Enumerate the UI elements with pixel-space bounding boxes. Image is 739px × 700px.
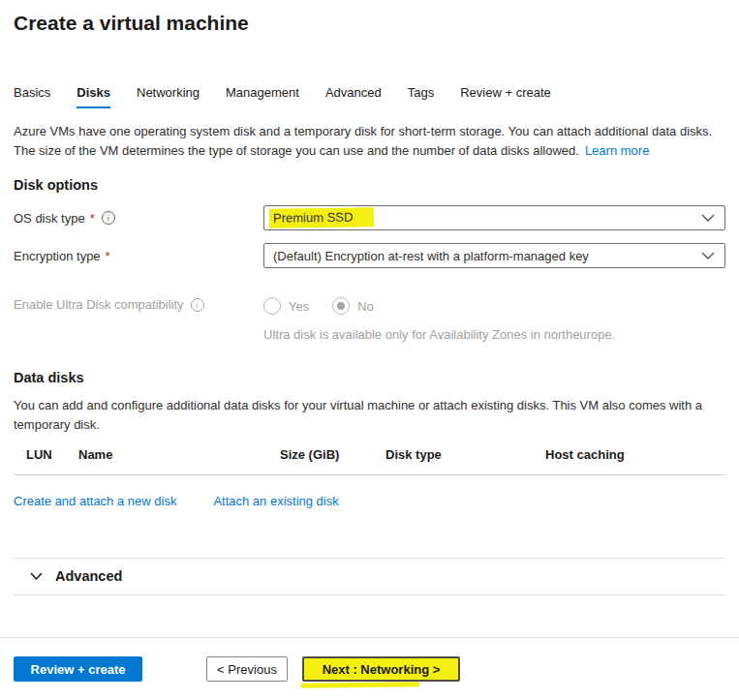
- column-header-name: Name: [78, 447, 280, 462]
- info-icon[interactable]: i: [102, 211, 115, 225]
- ultra-disk-label-group: Enable Ultra Disk compatibility i: [14, 294, 263, 312]
- column-header-size: Size (GiB): [280, 447, 385, 462]
- os-disk-type-control: Premium SSD: [263, 205, 725, 230]
- encryption-type-row: Encryption type * (Default) Encryption a…: [14, 243, 725, 268]
- chevron-down-icon: [701, 252, 715, 259]
- encryption-type-label-group: Encryption type *: [14, 249, 263, 263]
- tab-disks[interactable]: Disks: [77, 85, 110, 108]
- encryption-type-control: (Default) Encryption at-rest with a plat…: [263, 243, 725, 268]
- encryption-type-select[interactable]: (Default) Encryption at-rest with a plat…: [263, 243, 725, 268]
- ultra-disk-row: Enable Ultra Disk compatibility i Yes No…: [14, 294, 725, 342]
- intro-text: Azure VMs have one operating system disk…: [14, 122, 727, 161]
- create-vm-page: Create a virtual machine Basics Disks Ne…: [0, 0, 739, 595]
- column-header-lun: LUN: [26, 447, 78, 462]
- os-disk-type-label: OS disk type: [14, 211, 85, 226]
- advanced-accordion[interactable]: Advanced: [14, 558, 725, 595]
- tab-networking[interactable]: Networking: [137, 85, 200, 108]
- wizard-footer: Review + create < Previous Next : Networ…: [0, 637, 739, 682]
- ultra-disk-label: Enable Ultra Disk compatibility: [14, 297, 184, 312]
- wizard-tabs: Basics Disks Networking Management Advan…: [14, 85, 725, 108]
- os-disk-type-value: Premium SSD: [269, 207, 375, 228]
- chevron-down-icon: [30, 572, 43, 580]
- encryption-type-label: Encryption type: [14, 249, 101, 263]
- data-disks-links: Create and attach a new disk Attach an e…: [14, 494, 725, 508]
- ultra-disk-radio-no[interactable]: No: [332, 297, 374, 315]
- disk-options-heading: Disk options: [14, 177, 725, 193]
- column-header-disk-type: Disk type: [385, 447, 545, 462]
- attach-existing-disk-link[interactable]: Attach an existing disk: [213, 494, 338, 508]
- radio-selected-icon: [332, 297, 350, 315]
- data-disks-heading: Data disks: [14, 370, 725, 385]
- review-create-button[interactable]: Review + create: [14, 656, 142, 682]
- os-disk-type-select[interactable]: Premium SSD: [263, 205, 725, 230]
- tab-review-create[interactable]: Review + create: [460, 85, 551, 108]
- previous-button[interactable]: < Previous: [206, 656, 288, 682]
- advanced-label: Advanced: [55, 568, 122, 584]
- learn-more-link[interactable]: Learn more: [585, 143, 649, 158]
- os-disk-type-label-group: OS disk type * i: [14, 211, 263, 226]
- required-marker: *: [90, 211, 95, 226]
- page-title: Create a virtual machine: [14, 0, 725, 35]
- tab-management[interactable]: Management: [226, 85, 299, 108]
- data-disks-table-header: LUN Name Size (GiB) Disk type Host cachi…: [14, 443, 725, 475]
- disk-options-form: OS disk type * i Premium SSD Encryption …: [14, 205, 725, 342]
- info-icon[interactable]: i: [191, 298, 204, 312]
- ultra-disk-control: Yes No Ultra disk is available only for …: [263, 294, 725, 342]
- tab-tags[interactable]: Tags: [408, 85, 434, 108]
- encryption-type-value: (Default) Encryption at-rest with a plat…: [273, 249, 589, 263]
- chevron-down-icon: [701, 214, 715, 222]
- radio-unselected-icon: [263, 297, 281, 315]
- create-attach-new-disk-link[interactable]: Create and attach a new disk: [14, 494, 176, 508]
- tab-basics[interactable]: Basics: [14, 85, 50, 108]
- radio-no-label: No: [357, 299, 374, 314]
- ultra-disk-radio-yes[interactable]: Yes: [263, 297, 309, 315]
- data-disks-description: You can add and configure additional dat…: [14, 396, 727, 435]
- required-marker: *: [106, 249, 110, 263]
- radio-yes-label: Yes: [289, 299, 309, 314]
- ultra-disk-helper-text: Ultra disk is available only for Availab…: [263, 327, 725, 342]
- ultra-disk-radio-group: Yes No: [263, 297, 725, 315]
- next-networking-button[interactable]: Next : Networking >: [302, 656, 460, 682]
- os-disk-type-row: OS disk type * i Premium SSD: [14, 205, 725, 230]
- tab-advanced[interactable]: Advanced: [325, 85, 382, 108]
- column-header-host-caching: Host caching: [545, 447, 725, 462]
